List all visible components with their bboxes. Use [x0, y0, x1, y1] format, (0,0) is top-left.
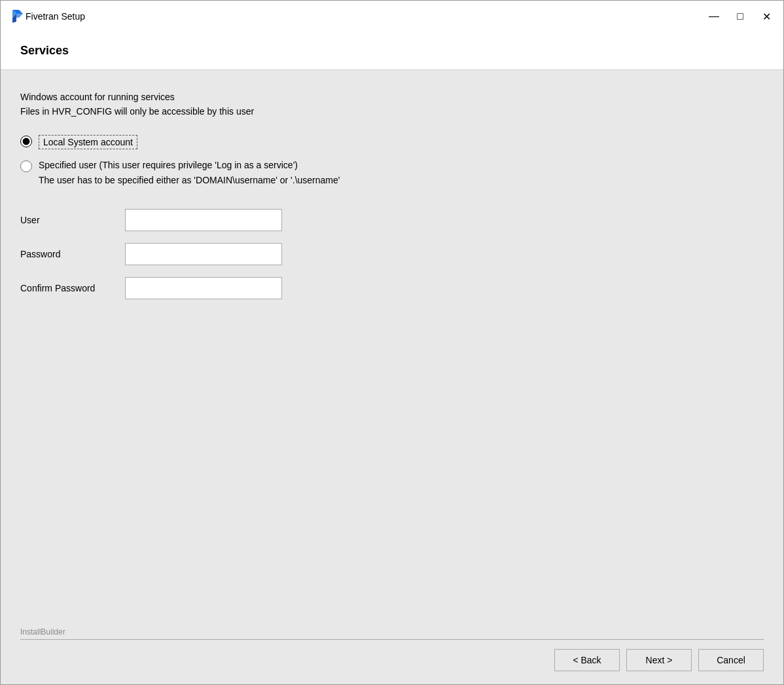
close-button[interactable]: ✕	[758, 9, 774, 24]
form-fields: User Password Confirm Password	[20, 209, 764, 299]
radio-option-local-system: Local System account	[20, 135, 764, 149]
confirm-password-row: Confirm Password	[20, 277, 764, 299]
user-row: User	[20, 209, 764, 231]
local-system-label[interactable]: Local System account	[39, 135, 137, 149]
window-controls: — □ ✕	[706, 9, 774, 24]
maximize-button[interactable]: □	[732, 9, 748, 24]
user-input[interactable]	[125, 209, 282, 231]
fivetran-logo	[10, 9, 26, 24]
radio-group: Local System account Specified user (Thi…	[20, 135, 764, 185]
description-line2: Files in HVR_CONFIG will only be accessi…	[20, 104, 764, 119]
password-row: Password	[20, 243, 764, 265]
next-button[interactable]: Next >	[626, 649, 692, 671]
page-title: Services	[20, 44, 764, 58]
minimize-button[interactable]: —	[706, 9, 722, 24]
header-section: Services	[1, 32, 783, 70]
specified-user-radio[interactable]	[20, 160, 32, 172]
specified-user-row: Specified user (This user requires privi…	[20, 160, 764, 172]
title-bar: Fivetran Setup — □ ✕	[1, 1, 783, 32]
local-system-radio[interactable]	[20, 136, 32, 147]
specified-user-label[interactable]: Specified user (This user requires privi…	[39, 160, 298, 170]
password-label: Password	[20, 249, 125, 259]
cancel-button[interactable]: Cancel	[698, 649, 764, 671]
footer-divider	[20, 639, 764, 640]
svg-marker-3	[16, 14, 23, 18]
user-label: User	[20, 215, 125, 225]
footer-buttons: < Back Next > Cancel	[20, 649, 764, 684]
password-input[interactable]	[125, 243, 282, 265]
footer: InstallBuilder < Back Next > Cancel	[1, 622, 783, 684]
radio-option-specified-user: Specified user (This user requires privi…	[20, 160, 764, 185]
confirm-password-input[interactable]	[125, 277, 282, 299]
main-content: Windows account for running services Fil…	[1, 70, 783, 622]
back-button[interactable]: < Back	[554, 649, 620, 671]
description-block: Windows account for running services Fil…	[20, 90, 764, 119]
setup-window: Fivetran Setup — □ ✕ Services Windows ac…	[0, 0, 784, 685]
install-builder-label: InstallBuilder	[20, 622, 764, 637]
window-title: Fivetran Setup	[26, 11, 706, 22]
specified-user-subtext: The user has to be specified either as '…	[39, 175, 764, 185]
description-line1: Windows account for running services	[20, 90, 764, 104]
confirm-password-label: Confirm Password	[20, 283, 125, 293]
